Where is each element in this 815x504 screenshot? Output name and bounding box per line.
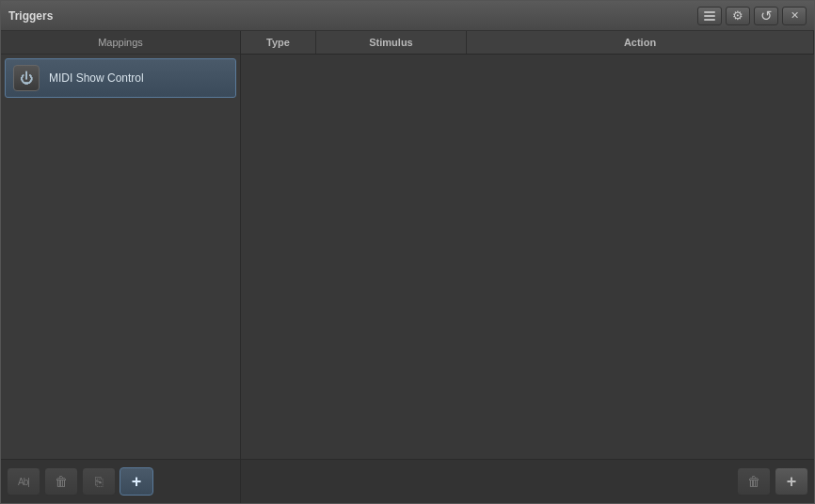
- power-icon: ⏻: [13, 65, 40, 91]
- delete-trigger-button[interactable]: 🗑: [737, 467, 771, 496]
- rename-icon: Ab|: [18, 477, 29, 487]
- bottom-toolbar-left: Ab| 🗑 ⎘ +: [1, 459, 240, 503]
- table-body: [241, 55, 814, 459]
- copy-mapping-button[interactable]: ⎘: [82, 467, 116, 496]
- close-icon: [791, 9, 799, 22]
- title-bar-buttons: [697, 7, 807, 25]
- main-window: Triggers Mappings: [0, 0, 815, 504]
- trash-icon-right: 🗑: [747, 474, 760, 489]
- column-header-stimulus: Stimulus: [316, 31, 467, 54]
- delete-mapping-button[interactable]: 🗑: [44, 467, 78, 496]
- mapping-name: MIDI Show Control: [49, 71, 144, 85]
- gear-icon: [732, 8, 743, 23]
- list-item[interactable]: ⏻ MIDI Show Control: [5, 58, 236, 98]
- window-title: Triggers: [8, 9, 53, 23]
- menu-button[interactable]: [697, 7, 722, 25]
- plus-icon-right: +: [787, 472, 797, 492]
- copy-icon: ⎘: [95, 474, 103, 489]
- close-button[interactable]: [782, 7, 807, 25]
- mappings-list: ⏻ MIDI Show Control: [1, 55, 240, 459]
- refresh-icon: [760, 8, 773, 24]
- bottom-toolbar-right: 🗑 +: [241, 459, 814, 503]
- title-bar: Triggers: [1, 1, 814, 31]
- plus-icon: +: [132, 472, 142, 492]
- add-trigger-button[interactable]: +: [775, 467, 808, 496]
- mappings-label: Mappings: [98, 37, 143, 48]
- panel-header: Mappings: [1, 31, 240, 55]
- right-panel: Type Stimulus Action 🗑 +: [241, 31, 814, 503]
- table-header: Type Stimulus Action: [241, 31, 814, 55]
- trash-icon: 🗑: [55, 474, 68, 489]
- hamburger-icon: [704, 11, 715, 21]
- rename-button[interactable]: Ab|: [7, 467, 40, 496]
- main-content: Mappings ⏻ MIDI Show Control Ab| 🗑 ⎘: [1, 31, 814, 503]
- settings-button[interactable]: [726, 7, 750, 25]
- add-mapping-button[interactable]: +: [120, 467, 153, 496]
- left-panel: Mappings ⏻ MIDI Show Control Ab| 🗑 ⎘: [1, 31, 241, 503]
- column-header-action: Action: [467, 31, 814, 54]
- column-header-type: Type: [241, 31, 316, 54]
- refresh-button[interactable]: [754, 7, 778, 25]
